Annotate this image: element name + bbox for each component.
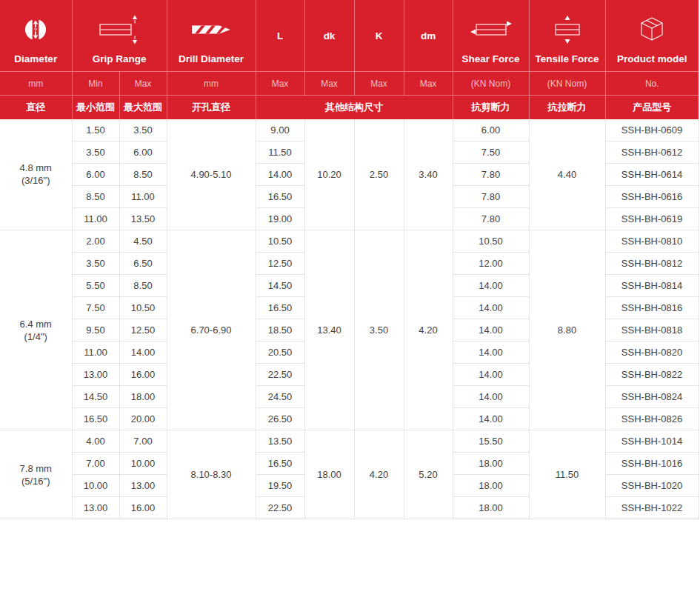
dm-max-cell: 5.20 (404, 430, 453, 519)
table-header: ? Diameter (0, 0, 699, 119)
l-max-cell: 9.00 (256, 119, 304, 141)
grip-max-cn: 最大范围 (119, 96, 167, 119)
l-max-cell: 22.50 (256, 497, 304, 519)
tensile-force-cell: 4.40 (529, 119, 605, 230)
dm-max-cell: 4.20 (404, 230, 453, 430)
l-max-cell: 20.50 (256, 342, 304, 364)
dm-unit: Max (404, 72, 453, 96)
l-max-cell: 16.50 (256, 453, 304, 475)
l-max-cell: 14.00 (256, 164, 304, 186)
shear-force-cell: 12.00 (453, 253, 529, 275)
grip-min-cell: 13.00 (72, 497, 119, 519)
product-model-cell: SSH-BH-1020 (605, 475, 699, 497)
k-max-cell: 4.20 (354, 430, 404, 519)
table-row: 6.4 mm(1/4")2.004.506.70-6.9010.5013.403… (0, 230, 699, 253)
grip-max-cell: 10.50 (119, 297, 167, 319)
shear-force-cell: 14.00 (453, 319, 529, 342)
shear-force-cell: 14.00 (453, 408, 529, 430)
tensile-force-cell: 8.80 (529, 230, 605, 430)
product-unit: No. (605, 72, 699, 96)
grip-max-cell: 4.50 (119, 230, 167, 253)
header-unit-row: mm Min Max mm Max Max Max Max (KN Nom) (… (0, 72, 699, 96)
grip-max-cell: 3.50 (119, 119, 167, 141)
product-model-cell: SSH-BH-0826 (605, 408, 699, 430)
diameter-mm: 4.8 mm (0, 162, 72, 174)
header-chinese-row: 直径 最小范围 最大范围 开孔直径 其他结构尺寸 抗剪断力 抗拉断力 产品型号 (0, 96, 699, 119)
product-model-cell: SSH-BH-0824 (605, 386, 699, 408)
shear-force-cell: 7.80 (453, 186, 529, 208)
shear-force-cell: 18.00 (453, 475, 529, 497)
dk-unit: Max (304, 72, 354, 96)
l-max-cell: 18.50 (256, 319, 304, 342)
dk-label: dk (324, 30, 336, 41)
grip-max-cell: 16.00 (119, 364, 167, 386)
dm-label: dm (421, 30, 436, 41)
shear-force-cell: 18.00 (453, 453, 529, 475)
grip-max-cell: 20.00 (119, 408, 167, 430)
grip-max-cell: 8.50 (119, 275, 167, 297)
diameter-label: Diameter (14, 54, 57, 64)
product-model-cell: SSH-BH-0614 (605, 164, 699, 186)
shear-force-cell: 7.80 (453, 208, 529, 230)
grip-min-cell: 7.00 (72, 453, 119, 475)
tensile-unit: (KN Nom) (529, 72, 605, 96)
product-model-cell: SSH-BH-0818 (605, 319, 699, 342)
tensile-force-label: Tensile Force (536, 54, 599, 64)
l-max-cell: 11.50 (256, 141, 304, 164)
grip-min-cell: 11.00 (72, 342, 119, 364)
dm-header: dm (404, 0, 453, 72)
diameter-cell: 4.8 mm(3/16") (0, 119, 72, 230)
l-max-cell: 16.50 (256, 186, 304, 208)
grip-range-header: Grip Range (72, 0, 167, 72)
table-row: 4.8 mm(3/16")1.503.504.90-5.109.0010.202… (0, 119, 699, 141)
grip-min-cell: 13.00 (72, 364, 119, 386)
l-max-cell: 19.00 (256, 208, 304, 230)
k-label: K (376, 30, 383, 41)
tensile-force-header: Tensile Force (529, 0, 605, 72)
rivet-spec-page: ? Diameter (0, 0, 700, 606)
grip-min-cell: 7.50 (72, 297, 119, 319)
grip-max-cell: 7.00 (119, 430, 167, 453)
grip-range-label: Grip Range (93, 54, 147, 64)
product-model-cell: SSH-BH-0822 (605, 364, 699, 386)
grip-range-icon (98, 4, 141, 54)
drill-diameter-cell: 8.10-8.30 (167, 430, 256, 519)
drill-cn: 开孔直径 (167, 96, 256, 119)
grip-max-cell: 14.00 (119, 342, 167, 364)
product-cn: 产品型号 (605, 96, 699, 119)
diameter-cn: 直径 (0, 96, 72, 119)
grip-min-cell: 3.50 (72, 141, 119, 164)
diameter-mm: 7.8 mm (0, 462, 72, 475)
dk-max-cell: 13.40 (304, 230, 354, 430)
product-model-cell: SSH-BH-1022 (605, 497, 699, 519)
k-max-cell: 3.50 (354, 230, 404, 430)
grip-min-label: Min (72, 72, 119, 96)
l-max-cell: 13.50 (256, 430, 304, 453)
shear-force-cell: 10.50 (453, 230, 529, 253)
table-row: 7.8 mm(5/16")4.007.008.10-8.3013.5018.00… (0, 430, 699, 453)
diameter-cell: 6.4 mm(1/4") (0, 230, 72, 430)
rivet-spec-table: ? Diameter (0, 0, 699, 519)
l-max-cell: 14.50 (256, 275, 304, 297)
shear-force-cell: 18.00 (453, 497, 529, 519)
grip-max-cell: 6.00 (119, 141, 167, 164)
grip-min-cell: 11.00 (72, 208, 119, 230)
grip-min-cell: 8.50 (72, 186, 119, 208)
k-unit: Max (354, 72, 404, 96)
svg-text:?: ? (34, 27, 37, 32)
diameter-inch: (1/4") (0, 330, 72, 343)
shear-unit: (KN Nom) (453, 72, 529, 96)
other-dimensions-cn: 其他结构尺寸 (256, 96, 453, 119)
drill-diameter-cell: 4.90-5.10 (167, 119, 256, 230)
shear-force-header: Shear Force (453, 0, 529, 72)
k-max-cell: 2.50 (354, 119, 404, 230)
product-model-cell: SSH-BH-0810 (605, 230, 699, 253)
grip-min-cell: 2.00 (72, 230, 119, 253)
drill-diameter-label: Drill Diameter (179, 54, 244, 64)
drill-diameter-cell: 6.70-6.90 (167, 230, 256, 430)
shear-force-cell: 7.50 (453, 141, 529, 164)
l-label: L (277, 30, 283, 41)
product-model-cell: SSH-BH-0619 (605, 208, 699, 230)
diameter-cell: 7.8 mm(5/16") (0, 430, 72, 519)
diameter-header: ? Diameter (0, 0, 72, 72)
